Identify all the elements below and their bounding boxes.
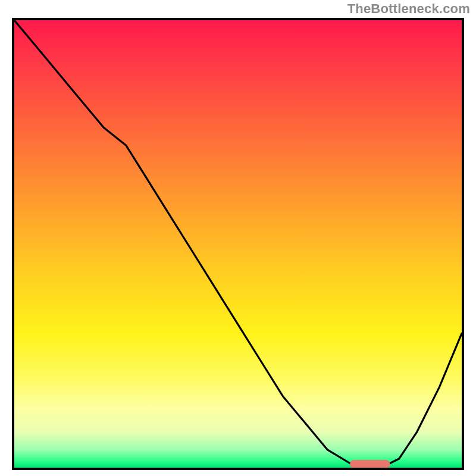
- chart-container: TheBottleneck.com: [0, 0, 476, 476]
- plot-frame: [12, 18, 464, 470]
- bottleneck-curve: [14, 20, 462, 468]
- watermark-text: TheBottleneck.com: [347, 1, 470, 17]
- optimal-range-marker: [350, 460, 390, 468]
- plot-overlay: [14, 20, 462, 468]
